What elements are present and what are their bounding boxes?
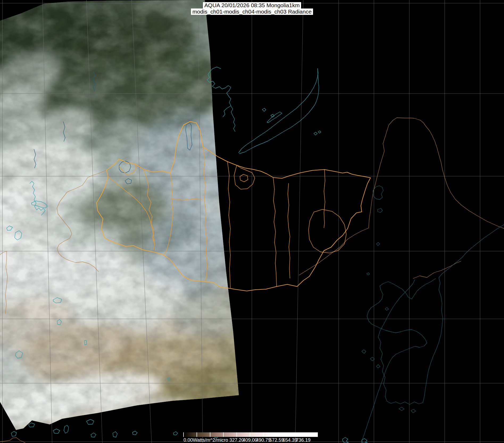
title-line1: AQUA 20/01/2026 08:35 Mongolia1km <box>203 2 301 9</box>
colorbar-tick-label: 736.19 <box>296 437 310 443</box>
colorbar-tick-label: 654.39 <box>282 437 297 443</box>
colorbar-tick <box>236 432 237 437</box>
colorbar-tick-label: 327.20 <box>229 437 244 443</box>
colorbar-tick-label: 572.59 <box>269 437 284 443</box>
colorbar: 0.00Watts/m^2/micro 327.20409.00490.7957… <box>184 432 316 442</box>
colorbar-units-label: 0.00Watts/m^2/micro <box>184 437 228 443</box>
colorbar-tick-label: 490.79 <box>256 437 270 443</box>
colorbar-gradient-bar <box>184 432 316 437</box>
colorbar-tick <box>263 432 264 437</box>
colorbar-tick <box>316 432 318 437</box>
satellite-viewer-screen: { "title": { "line1": "AQUA 20/01/2026 0… <box>0 0 504 443</box>
colorbar-tick <box>210 432 210 437</box>
title-line2: modis_ch01-modis_ch04-modis_ch03 Radianc… <box>191 9 313 15</box>
colorbar-tick <box>303 432 303 437</box>
colorbar-tick <box>197 432 197 437</box>
colorbar-tick <box>183 432 184 437</box>
colorbar-labels: 0.00Watts/m^2/micro 327.20409.00490.7957… <box>184 437 332 442</box>
colorbar-tick <box>290 432 290 437</box>
colorbar-tick <box>276 432 277 437</box>
colorbar-tick <box>250 432 250 437</box>
satellite-map-canvas <box>0 0 504 443</box>
colorbar-tick <box>223 432 224 437</box>
colorbar-tick-label: 409.00 <box>243 437 257 443</box>
image-title: AQUA 20/01/2026 08:35 Mongolia1km modis_… <box>0 2 504 15</box>
